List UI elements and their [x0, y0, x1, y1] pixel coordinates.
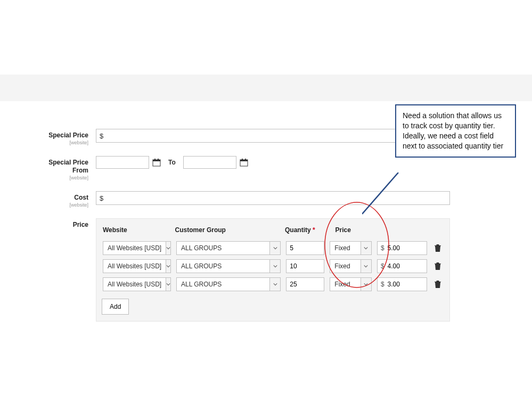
calendar-icon[interactable]	[152, 158, 161, 167]
price-amount-input-wrap[interactable]: $	[377, 241, 427, 255]
chevron-down-icon[interactable]	[166, 278, 170, 291]
svg-rect-4	[154, 159, 155, 160]
col-price-header: Price	[328, 226, 375, 234]
tier-price-table: Website Customer Group Quantity * Price …	[96, 218, 450, 322]
website-select-value: All Websites [USD]	[103, 281, 166, 288]
cost-scope: [website]	[32, 202, 88, 208]
chevron-down-icon[interactable]	[269, 242, 280, 254]
special-price-row: Special Price [website] $	[32, 129, 458, 145]
calendar-icon[interactable]	[240, 158, 248, 167]
customer-group-select[interactable]: ALL GROUPS	[176, 241, 281, 255]
tier-price-label-text: Price	[73, 221, 88, 228]
currency-symbol: $	[100, 194, 103, 202]
svg-rect-7	[240, 160, 248, 161]
svg-rect-9	[245, 159, 246, 160]
special-price-from-scope: [website]	[32, 175, 88, 180]
cost-label-text: Cost	[74, 194, 88, 201]
price-amount-input-wrap[interactable]: $	[377, 259, 427, 273]
customer-group-select-value: ALL GROUPS	[177, 262, 269, 270]
svg-rect-5	[158, 159, 159, 160]
price-amount-input[interactable]	[387, 244, 419, 252]
cost-input[interactable]	[103, 192, 449, 204]
cost-row: Cost [website] $	[32, 191, 458, 208]
to-label: To	[168, 159, 176, 166]
special-price-scope: [website]	[32, 140, 88, 145]
special-price-from-label: Special Price From [website]	[32, 156, 96, 180]
price-form: Special Price [website] $ Special Price …	[32, 129, 458, 332]
delete-row-button[interactable]	[432, 261, 443, 272]
col-customer-group-header: Customer Group	[175, 226, 285, 234]
price-type-select[interactable]: Fixed	[330, 277, 372, 291]
quantity-input[interactable]	[286, 241, 324, 255]
price-amount-input[interactable]	[387, 262, 419, 270]
chevron-down-icon[interactable]	[361, 242, 371, 254]
quantity-input[interactable]	[286, 259, 324, 273]
customer-group-select[interactable]: ALL GROUPS	[176, 277, 281, 291]
special-price-label-text: Special Price	[48, 131, 88, 139]
tier-price-label: Price	[32, 218, 96, 228]
cost-input-wrap[interactable]: $	[96, 191, 450, 205]
customer-group-select-value: ALL GROUPS	[177, 281, 269, 288]
top-band	[0, 75, 532, 101]
customer-group-select-value: ALL GROUPS	[177, 244, 269, 252]
currency-symbol: $	[381, 244, 384, 252]
chevron-down-icon[interactable]	[269, 278, 280, 291]
annotation-text: Need a solution that allows us to track …	[403, 111, 503, 150]
date-to-input[interactable]	[183, 156, 236, 169]
svg-rect-3	[153, 160, 160, 161]
website-select[interactable]: All Websites [USD]	[103, 259, 171, 273]
table-row: All Websites [USD]ALL GROUPSFixed$	[102, 239, 444, 257]
col-quantity-header: Quantity *	[285, 226, 328, 234]
currency-symbol: $	[100, 132, 103, 140]
quantity-input[interactable]	[286, 277, 324, 291]
date-range-wrap: To	[96, 156, 248, 169]
special-price-label: Special Price [website]	[32, 129, 96, 145]
price-type-select[interactable]: Fixed	[330, 259, 372, 273]
svg-rect-8	[242, 159, 243, 160]
currency-symbol: $	[381, 262, 384, 270]
tier-price-row: Price Website Customer Group Quantity * …	[32, 218, 458, 322]
delete-row-button[interactable]	[432, 279, 443, 290]
price-amount-input-wrap[interactable]: $	[377, 277, 427, 291]
website-select-value: All Websites [USD]	[103, 262, 166, 270]
special-price-from-label-text: Special Price From	[48, 159, 88, 174]
col-website-header: Website	[103, 226, 175, 234]
tier-price-rows: All Websites [USD]ALL GROUPSFixed$All We…	[102, 239, 444, 293]
col-quantity-header-text: Quantity	[285, 226, 311, 234]
cost-label: Cost [website]	[32, 191, 96, 208]
date-from-input[interactable]	[96, 156, 149, 169]
chevron-down-icon[interactable]	[166, 260, 170, 273]
chevron-down-icon[interactable]	[269, 260, 280, 273]
currency-symbol: $	[381, 281, 384, 288]
website-select-value: All Websites [USD]	[103, 244, 166, 252]
chevron-down-icon[interactable]	[361, 278, 371, 291]
annotation-callout: Need a solution that allows us to track …	[395, 104, 516, 158]
table-row: All Websites [USD]ALL GROUPSFixed$	[102, 257, 444, 275]
add-tier-button[interactable]: Add	[102, 299, 129, 315]
customer-group-select[interactable]: ALL GROUPS	[176, 259, 281, 273]
website-select[interactable]: All Websites [USD]	[103, 241, 171, 255]
price-amount-input[interactable]	[387, 280, 419, 289]
required-star: *	[313, 226, 315, 234]
special-price-from-row: Special Price From [website] To	[32, 156, 458, 180]
price-type-select[interactable]: Fixed	[330, 241, 372, 255]
tier-price-table-header: Website Customer Group Quantity * Price	[102, 223, 444, 239]
chevron-down-icon[interactable]	[166, 242, 170, 254]
chevron-down-icon[interactable]	[361, 260, 371, 273]
price-type-select-value: Fixed	[330, 262, 361, 270]
price-type-select-value: Fixed	[330, 281, 361, 288]
delete-row-button[interactable]	[432, 243, 443, 253]
website-select[interactable]: All Websites [USD]	[103, 277, 171, 291]
table-row: All Websites [USD]ALL GROUPSFixed$	[102, 275, 444, 293]
price-type-select-value: Fixed	[330, 244, 361, 252]
